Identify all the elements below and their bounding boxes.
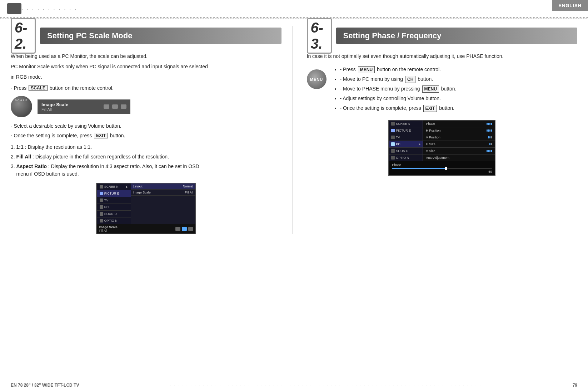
right-menu-row: MENU - Press MENU button on the remote c… xyxy=(307,66,578,114)
phase-icon-option xyxy=(391,156,395,160)
press-scale-row: - Press SCALE button on the remote contr… xyxy=(11,85,281,91)
bullet-2: - Move to PC menu by using CH button. xyxy=(340,75,457,83)
osd-bottom-btn-3 xyxy=(188,227,193,231)
phase-item-option: OPTIO N xyxy=(389,155,423,161)
phase-slider-track xyxy=(392,168,492,169)
phase-slider-thumb xyxy=(445,167,447,170)
phase-icon-sound xyxy=(391,149,395,153)
numbered-item-3: 3. Aspect Ratio : Display the resolution… xyxy=(11,163,281,178)
phase-bar-hsize xyxy=(489,142,492,146)
osd-menu-bar: Image Scale Fill All xyxy=(38,99,130,114)
menu-key-2: MENU xyxy=(422,85,439,93)
phase-item-picture: PICTUR E xyxy=(389,127,423,134)
right-section: 6-3. Setting Phase / Frequency In case i… xyxy=(293,26,578,234)
osd-item-screen: SCREE N ▶ xyxy=(97,183,131,190)
right-section-number-box: 6-3. xyxy=(307,26,332,45)
osd-menu-text: Image Scale Fill All xyxy=(41,102,101,112)
intro-line-1: When being used as a PC Monitor, the sca… xyxy=(11,53,281,60)
phase-icon-pc xyxy=(391,142,395,146)
osd-icon-screen xyxy=(100,185,103,188)
osd-bottom-btn-2 xyxy=(182,227,187,231)
phase-left-sidebar: SCREE N PICTUR E TV PC ▶ xyxy=(389,121,423,161)
phase-row-vsize: V Size xyxy=(423,148,495,155)
osd-full-main: Layout Normal Image Scale Fill All xyxy=(131,183,195,224)
osd-item-sound: SOUN D xyxy=(97,211,131,217)
phase-row-vpos: V Position xyxy=(423,134,495,141)
bottom-footer: EN 78 28" / 32" WIDE TFT-LCD TV · · · · … xyxy=(0,378,588,392)
osd-icon-option xyxy=(100,219,103,222)
osd-icon-pc xyxy=(100,205,103,209)
phase-bar-vpos xyxy=(488,136,492,139)
phase-bar-vsize xyxy=(487,149,492,153)
exit-key-right: EXIT xyxy=(423,105,437,112)
select-text: - Select a desirable scale by using Volu… xyxy=(11,122,281,130)
once-row: - Once the setting is complete, press EX… xyxy=(11,133,281,138)
osd-btn-3 xyxy=(121,104,126,109)
phase-row-hpos: H Position xyxy=(423,127,495,134)
top-dots: · · · · · · · · · · · xyxy=(21,6,77,13)
intro-line-2: PC Monitor Scale works only when PC sign… xyxy=(11,63,281,70)
left-section-title: Setting PC Scale Mode xyxy=(40,28,281,44)
phase-bar-phase xyxy=(487,122,492,126)
phase-slider-label: Phase xyxy=(392,163,492,167)
left-section: 6-2. Setting PC Scale Mode When being us… xyxy=(11,26,293,234)
menu-key-1: MENU xyxy=(358,66,375,73)
top-border: · · · · · · · · · · · ENGLISH xyxy=(0,0,588,18)
footer-right: 79 xyxy=(573,383,577,388)
footer-left: EN 78 28" / 32" WIDE TFT-LCD TV xyxy=(11,383,79,388)
scale-key: SCALE xyxy=(29,85,48,91)
scale-label: SCALE xyxy=(15,99,28,102)
exit-key-left: EXIT xyxy=(94,133,108,138)
osd-full-sidebar: SCREE N ▶ PICTUR E TV PC xyxy=(97,183,131,224)
phase-icon-tv xyxy=(391,136,395,139)
ch-key: CH xyxy=(405,76,415,83)
right-bullet-list: - Press MENU button on the remote contro… xyxy=(340,66,457,114)
phase-icon-picture xyxy=(391,129,395,132)
phase-item-pc: PC ▶ xyxy=(389,141,423,148)
n2-bold: Fill All xyxy=(16,154,31,160)
menu-circle-icon: MENU xyxy=(307,69,327,89)
english-badge: ENGLISH xyxy=(552,0,588,11)
numbered-item-2: 2. Fill All : Display picture in the ful… xyxy=(11,153,281,161)
osd-icon-sound xyxy=(100,212,103,216)
osd-row-layout: Layout Normal xyxy=(131,183,195,190)
right-section-title: Setting Phase / Frequency xyxy=(336,28,578,44)
osd-bottom-btn-1 xyxy=(175,227,180,231)
osd-line1: Image Scale xyxy=(41,102,101,107)
phase-row-hsize: H Size xyxy=(423,141,495,148)
footer-dots: · · · · · · · · · · · · · · · · · · · · … xyxy=(79,383,572,387)
osd-btn-2 xyxy=(112,104,118,109)
phase-item-sound: SOUN D xyxy=(389,148,423,155)
phase-slider-value: 50 xyxy=(392,170,492,173)
left-section-number-box: 6-2. xyxy=(11,26,36,45)
phase-item-tv: TV xyxy=(389,134,423,141)
bullet-5: - Once the setting is complete, press EX… xyxy=(340,104,457,112)
numbered-list: 1. 1:1 : Display the resolution as 1:1. … xyxy=(11,143,281,178)
press-scale-suffix: button on the remote control. xyxy=(50,85,114,91)
scale-circle-icon: SCALE xyxy=(11,96,32,117)
osd-item-picture: PICTUR E xyxy=(97,190,131,197)
press-scale-text: - Press xyxy=(11,85,26,91)
main-content: 6-2. Setting PC Scale Mode When being us… xyxy=(0,19,588,241)
osd-row-imagescale: Image Scale Fill All xyxy=(131,190,195,196)
osd-item-option: OPTIO N xyxy=(97,217,131,224)
osd-full-bottom: Image Scale Fill All xyxy=(97,224,195,234)
phase-slider-area: Phase 50 xyxy=(389,161,495,175)
phase-icon-screen xyxy=(391,122,395,126)
left-osd-screenshot: SCREE N ▶ PICTUR E TV PC xyxy=(96,183,196,234)
bullet-3: - Move to PHASE menu by pressing MENU bu… xyxy=(340,85,457,93)
intro-line-3: in RGB mode. xyxy=(11,73,281,81)
osd-full-top: SCREE N ▶ PICTUR E TV PC xyxy=(97,183,195,224)
phase-slider-fill xyxy=(392,168,447,169)
menu-label: MENU xyxy=(310,77,323,82)
n2-text: : Display picture in the full screen reg… xyxy=(33,154,169,160)
n2-num: 2. xyxy=(11,154,16,160)
tv-icon xyxy=(7,3,21,14)
osd-bottom-text: Image Scale Fill All xyxy=(99,225,174,232)
scale-icon-row: SCALE Image Scale Fill All xyxy=(11,96,281,117)
phase-item-screen: SCREE N xyxy=(389,121,423,127)
phase-bar-hpos xyxy=(487,129,492,132)
osd-line2: Fill All xyxy=(41,107,101,112)
phase-right-content: Phase H Position xyxy=(423,121,495,161)
n1-bold: 1:1 xyxy=(16,144,24,150)
